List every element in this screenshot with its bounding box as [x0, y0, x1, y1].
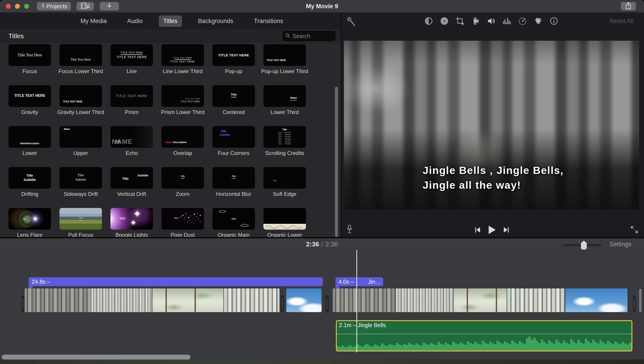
title-thumb-upper[interactable]: Name — [60, 126, 102, 148]
title-thumb-centered[interactable]: TitleSubtitle — [212, 85, 255, 107]
reset-all-button[interactable]: Reset All — [610, 13, 634, 29]
tab-titles[interactable]: Titles — [159, 16, 182, 27]
color-balance-icon[interactable] — [424, 16, 434, 26]
subtitle-line-2: Jingle all the way! — [422, 179, 521, 191]
filmstrip-frame-snowtrees — [507, 288, 564, 312]
title-thumb-label: Lens Flare — [4, 232, 55, 237]
minimize-button[interactable] — [15, 4, 20, 9]
title-thumb-lower[interactable]: Name/Description — [8, 126, 51, 148]
titles-scrollbar[interactable] — [335, 87, 338, 237]
title-thumb-label: Focus Lower Third — [55, 68, 106, 74]
window-title: My Movie 9 — [0, 0, 644, 12]
play-button[interactable] — [487, 225, 497, 235]
title-thumb-lower-third[interactable]: NameDescription — [264, 85, 306, 107]
title-thumb-soft-edge[interactable]: Title — [264, 167, 306, 189]
trim-handle-2[interactable] — [281, 296, 284, 312]
filmstrip-frame-light — [395, 288, 453, 312]
title-thumb-organic-main[interactable]: Title — [212, 208, 255, 230]
import-button[interactable] — [100, 2, 119, 10]
audio-clip-jingle-bells[interactable]: 2.1m – Jingle Bells — [336, 320, 632, 352]
title-thumb-vertical-drift[interactable]: TitleSubtitle — [110, 167, 153, 189]
tab-backgrounds[interactable]: Backgrounds — [194, 16, 238, 27]
stabilization-icon[interactable] — [471, 16, 480, 26]
fullscreen-button[interactable] — [630, 226, 639, 234]
video-clip-1-filmstrip[interactable] — [24, 288, 280, 312]
title-thumb-prism[interactable]: TITLE TEXT HERE — [110, 85, 153, 107]
timeline-timecode: 2:36 / 2:36 — [0, 238, 644, 250]
titlebar: Projects My Movie 9 — [0, 0, 644, 13]
import-arrow-icon — [107, 2, 112, 10]
share-button[interactable] — [621, 2, 636, 10]
media-clip-button[interactable] — [76, 2, 94, 10]
search-box[interactable] — [283, 31, 336, 41]
title-thumb-focus-lower-third[interactable]: Title Text Here — [60, 44, 102, 66]
title-thumb-label: Sideways Drift — [55, 191, 106, 197]
volume-icon[interactable] — [486, 16, 496, 26]
info-icon[interactable] — [549, 16, 559, 26]
crop-icon[interactable] — [455, 16, 465, 26]
trim-handle-1[interactable] — [22, 296, 24, 312]
color-wheel-icon[interactable] — [440, 16, 449, 26]
title-clip-2[interactable]: 4.0s – Jin… — [336, 277, 383, 286]
projects-back-button[interactable]: Projects — [37, 2, 71, 10]
noise-reduction-icon[interactable] — [502, 16, 512, 26]
titles-panel-title: Titles — [8, 29, 24, 43]
sky-clip-1[interactable] — [286, 288, 322, 312]
title-clip-1[interactable]: 24.8s – — [28, 277, 323, 286]
audio-volume-line[interactable] — [337, 334, 632, 334]
skip-forward-button[interactable] — [502, 226, 510, 234]
title-thumb-gravity[interactable]: TITLE TEXT HERE — [8, 85, 51, 107]
title-thumb-sideways-drift[interactable]: TitleSubtitle — [60, 167, 102, 189]
viewer-adjust-toolbar — [424, 13, 559, 29]
projects-label: Projects — [46, 3, 67, 10]
title-thumb-lens-flare[interactable]: Title — [8, 208, 51, 230]
titles-grid: Title Text HereFocusTitle Text HereFocus… — [0, 43, 341, 237]
title-thumb-pixie-dust[interactable]: Title — [162, 208, 204, 230]
title-thumb-label: Scrolling Credits — [259, 150, 310, 156]
tab-audio[interactable]: Audio — [123, 16, 147, 27]
tab-transitions[interactable]: Transitions — [249, 16, 288, 27]
voiceover-mic-button[interactable] — [346, 224, 354, 235]
zoom-button[interactable] — [24, 4, 29, 9]
filmstrip-frame-gray — [24, 288, 91, 312]
timeline-vertical-scrollbar[interactable] — [639, 289, 642, 312]
trim-handle-3[interactable] — [326, 296, 328, 312]
title-thumb-drifting[interactable]: TitleSubtitle — [8, 167, 51, 189]
title-thumb-zoom[interactable]: TitleSubtitle — [162, 167, 204, 189]
sky-clip-2[interactable] — [565, 288, 628, 312]
playhead[interactable] — [356, 250, 357, 352]
color-filters-icon[interactable] — [533, 16, 543, 26]
title-thumb-overlap[interactable]: NameDescription — [162, 126, 204, 148]
search-input[interactable] — [292, 33, 331, 40]
close-button[interactable] — [6, 4, 11, 9]
trim-handle-4[interactable] — [633, 296, 636, 312]
title-thumb-label: Focus — [4, 68, 55, 74]
auto-enhance-wand-icon[interactable] — [346, 17, 357, 26]
title-thumb-gravity-lower-third[interactable]: TITLE TEXT HERE — [60, 85, 102, 107]
title-thumb-echo[interactable]: NAMENameDescription — [110, 126, 153, 148]
title-thumb-label: Pop-up — [208, 68, 259, 74]
speed-icon[interactable] — [518, 16, 528, 26]
total-time: 2:36 — [325, 240, 338, 248]
skip-back-button[interactable] — [474, 226, 482, 234]
title-thumb-label: Centered — [208, 109, 259, 115]
title-thumb-scrolling-credits[interactable]: TitleNameDescriptionNameDescriptionNameD… — [264, 126, 306, 148]
title-thumb-line[interactable]: TITLE TEXT HERETITLE TEXT HERE — [110, 44, 153, 66]
tab-my-media[interactable]: My Media — [76, 16, 111, 27]
title-thumb-pop-up[interactable]: TITLE TEXT HERE — [212, 44, 255, 66]
chevron-left-icon — [40, 3, 46, 10]
title-thumb-boogie-lights[interactable]: ✦✦TITLE — [110, 208, 153, 230]
title-thumb-horizontal-blur[interactable]: TitleSubtitle — [212, 167, 255, 189]
title-thumb-label: Organic Lower — [259, 232, 310, 237]
title-thumb-four-corners[interactable]: TitleSubtitle — [212, 126, 255, 148]
title-thumb-pop-up-lower-third[interactable]: TITLE TEXT HERE — [264, 44, 306, 66]
title-thumb-line-lower-third[interactable]: TITLE TEXT HERETITLE TEXT HERE — [162, 44, 204, 66]
video-clip-2-filmstrip[interactable] — [333, 288, 564, 312]
title-thumb-pull-focus[interactable]: TitleSubtitle — [60, 208, 102, 230]
title-thumb-prism-lower-third[interactable]: TITLE TEXT HERETITLE TEXT HERE — [162, 85, 204, 107]
timeline-horizontal-scrollbar[interactable] — [2, 354, 190, 360]
timeline-settings-button[interactable]: Settings — [610, 238, 632, 250]
title-thumb-organic-lower[interactable] — [264, 208, 306, 230]
title-thumb-focus[interactable]: Title Text Here — [8, 44, 51, 66]
current-time: 2:36 — [306, 240, 319, 248]
